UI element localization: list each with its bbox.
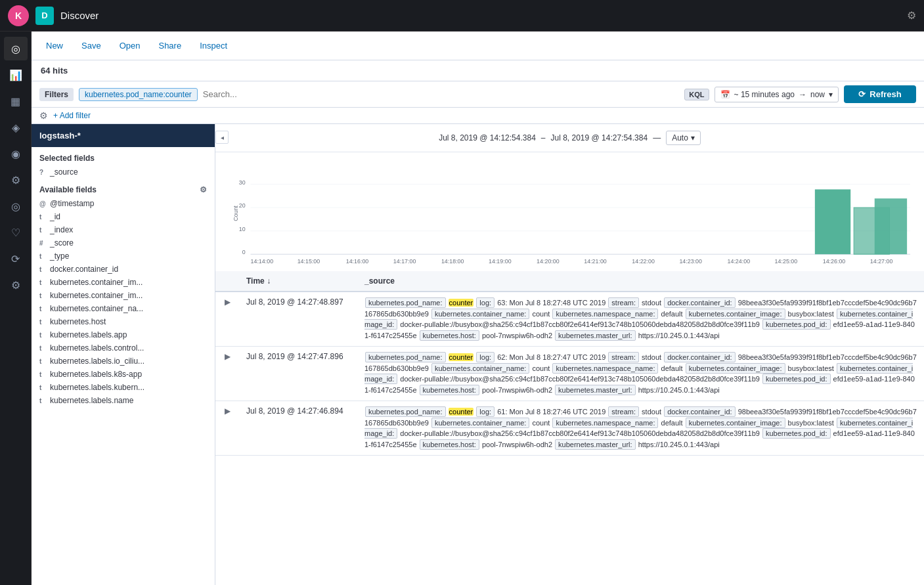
refresh-icon: ⟳ <box>858 89 866 99</box>
save-button[interactable]: Save <box>75 38 108 53</box>
field-name: _source <box>50 167 207 177</box>
index-pattern-name: logstash-* <box>39 131 81 141</box>
time-from: ~ 15 minutes ago <box>734 90 795 99</box>
histogram-chart: Count 0 10 20 30 <box>226 158 913 269</box>
add-filter-row: ⚙ + Add filter <box>32 108 924 124</box>
add-filter-link[interactable]: + Add filter <box>53 111 91 120</box>
field-timestamp[interactable]: @ @timestamp <box>32 197 215 210</box>
svg-text:14:22:00: 14:22:00 <box>632 258 655 265</box>
col-time-header[interactable]: Time ↓ <box>240 271 358 292</box>
field-docker-container-id[interactable]: t docker.container_id <box>32 263 215 276</box>
field-k8s-container-na[interactable]: t kubernetes.container_na... <box>32 302 215 315</box>
time-to: now <box>810 90 825 99</box>
time-cell: Jul 8, 2019 @ 14:27:46.894 <box>240 401 358 456</box>
kql-badge[interactable]: KQL <box>684 89 709 100</box>
table-container: Time ↓ _source ▶Jul 8, 2019 @ 14:27:48.8… <box>215 271 924 585</box>
svg-text:30: 30 <box>239 179 246 186</box>
open-button[interactable]: Open <box>113 38 147 53</box>
nav-apm[interactable]: ⟳ <box>4 247 28 271</box>
chevron-down-icon: ▾ <box>691 133 695 142</box>
chart-date-to: Jul 8, 2019 @ 14:27:54.384 <box>551 133 648 142</box>
hits-label: hits <box>53 66 68 76</box>
refresh-button[interactable]: ⟳ Refresh <box>844 85 916 103</box>
available-fields-title: Available fields <box>39 185 97 194</box>
time-picker[interactable]: 📅 ~ 15 minutes ago → now ▾ <box>715 87 839 102</box>
expand-cell[interactable]: ▶ <box>215 292 240 347</box>
svg-text:14:25:00: 14:25:00 <box>775 258 798 265</box>
col-source-header: _source <box>358 271 924 292</box>
toolbar: New Save Open Share Inspect <box>32 32 924 60</box>
field-k8s-container-im2[interactable]: t kubernetes.container_im... <box>32 289 215 302</box>
nav-ml[interactable]: ⚙ <box>4 168 28 192</box>
svg-text:14:17:00: 14:17:00 <box>393 258 416 265</box>
field-k8s-host[interactable]: t kubernetes.host <box>32 315 215 328</box>
svg-text:14:24:00: 14:24:00 <box>728 258 751 265</box>
svg-text:14:23:00: 14:23:00 <box>679 258 702 265</box>
app-icon: D <box>35 7 54 25</box>
share-button[interactable]: Share <box>152 38 188 53</box>
expand-button[interactable]: ▶ <box>222 296 233 308</box>
filter-bar: Filters kubernetes.pod_name:counter KQL … <box>32 81 924 108</box>
expand-button[interactable]: ▶ <box>222 351 233 362</box>
field-k8s-labels-app[interactable]: t kubernetes.labels.app <box>32 328 215 341</box>
field-k8s-labels-name[interactable]: t kubernetes.labels.name <box>32 394 215 407</box>
svg-text:14:27:00: 14:27:00 <box>870 258 893 265</box>
inspect-button[interactable]: Inspect <box>193 38 234 53</box>
index-pattern-header[interactable]: logstash-* <box>32 124 215 147</box>
chevron-down-icon: ▾ <box>829 90 833 99</box>
time-cell: Jul 8, 2019 @ 14:27:48.897 <box>240 292 358 347</box>
hits-bar: 64 hits <box>32 60 924 81</box>
search-input[interactable] <box>203 89 680 99</box>
app-title: Discover <box>60 10 900 21</box>
available-fields-gear-icon[interactable]: ⚙ <box>200 185 207 194</box>
selected-fields-title: Selected fields <box>32 147 215 165</box>
field-id[interactable]: t _id <box>32 210 215 223</box>
collapse-chart-button[interactable]: ◂ <box>215 131 229 144</box>
svg-text:14:21:00: 14:21:00 <box>584 258 607 265</box>
calendar-icon: 📅 <box>720 90 730 99</box>
table-row: ▶Jul 8, 2019 @ 14:27:47.896kubernetes.po… <box>215 347 924 401</box>
field-score[interactable]: # _score <box>32 236 215 249</box>
svg-text:Count: Count <box>232 206 239 221</box>
filter-gear-icon[interactable]: ⚙ <box>39 110 48 121</box>
top-bar: K D Discover ⚙ <box>0 0 924 32</box>
field-type[interactable]: t _type <box>32 249 215 263</box>
nav-settings[interactable]: ⚙ <box>4 273 28 297</box>
hits-count: 64 <box>41 66 50 76</box>
field-index[interactable]: t _index <box>32 223 215 236</box>
svg-text:14:26:00: 14:26:00 <box>823 258 846 265</box>
nav-visualize[interactable]: 📊 <box>4 63 28 87</box>
field-k8s-labels-k8s-app[interactable]: t kubernetes.labels.k8s-app <box>32 368 215 381</box>
field-k8s-container-im1[interactable]: t kubernetes.container_im... <box>32 276 215 289</box>
nav-discover[interactable]: ◎ <box>4 37 28 60</box>
field-k8s-labels-control[interactable]: t kubernetes.labels.control... <box>32 341 215 355</box>
data-area: ◂ Jul 8, 2019 @ 14:12:54.384 – Jul 8, 20… <box>215 124 924 585</box>
expand-cell[interactable]: ▶ <box>215 401 240 456</box>
nav-graph[interactable]: ◎ <box>4 194 28 218</box>
nav-maps[interactable]: ◉ <box>4 142 28 165</box>
nav-canvas[interactable]: ◈ <box>4 116 28 139</box>
auto-label: Auto <box>672 133 688 142</box>
field-k8s-labels-io-ciliu[interactable]: t kubernetes.labels.io_ciliu... <box>32 355 215 368</box>
new-button[interactable]: New <box>39 38 70 53</box>
svg-text:14:18:00: 14:18:00 <box>441 258 464 265</box>
chart-container: Count 0 10 20 30 <box>215 152 924 271</box>
results-table: Time ↓ _source ▶Jul 8, 2019 @ 14:27:48.8… <box>215 271 924 456</box>
chart-date-from: Jul 8, 2019 @ 14:12:54.384 <box>439 133 536 142</box>
query-filter-chip[interactable]: kubernetes.pod_name:counter <box>79 88 198 101</box>
expand-cell[interactable]: ▶ <box>215 347 240 401</box>
settings-icon[interactable]: ⚙ <box>907 9 916 22</box>
expand-button[interactable]: ▶ <box>222 405 233 417</box>
nav-monitoring[interactable]: ♡ <box>4 221 28 244</box>
table-row: ▶Jul 8, 2019 @ 14:27:46.894kubernetes.po… <box>215 401 924 456</box>
auto-select[interactable]: Auto ▾ <box>666 131 701 145</box>
svg-text:14:19:00: 14:19:00 <box>489 258 512 265</box>
field-k8s-labels-kubern[interactable]: t kubernetes.labels.kubern... <box>32 381 215 394</box>
left-nav: ◎ 📊 ▦ ◈ ◉ ⚙ ◎ ♡ ⟳ ⚙ <box>0 32 32 585</box>
bar-3 <box>875 198 907 254</box>
svg-text:14:16:00: 14:16:00 <box>346 258 369 265</box>
bar-1 <box>815 189 850 254</box>
nav-dashboard[interactable]: ▦ <box>4 89 28 113</box>
selected-field-source[interactable]: ? _source <box>32 165 215 179</box>
arrow: → <box>799 90 806 99</box>
